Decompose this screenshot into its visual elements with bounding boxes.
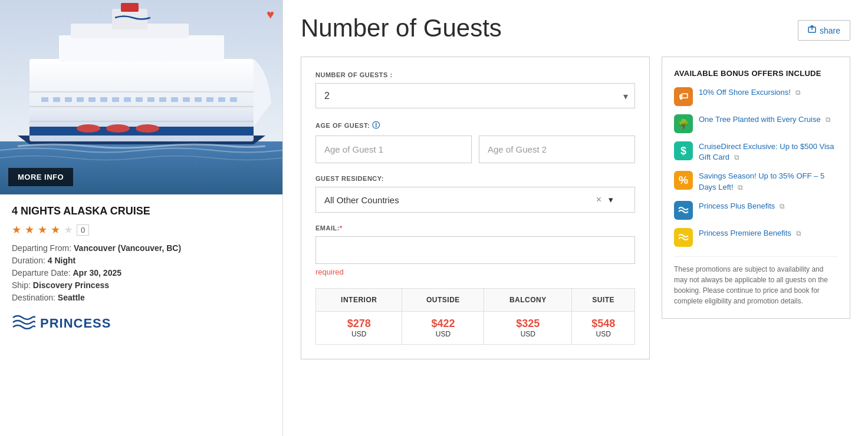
residency-select[interactable]: All Other Countries × ▾ <box>315 187 635 213</box>
price-interior: $278 USD <box>316 312 402 345</box>
cruise-info: 4 NIGHTS ALASKA CRUISE ★ ★ ★ ★ ★ 0 Depar… <box>0 194 282 344</box>
more-info-button[interactable]: MORE INFO <box>8 168 73 186</box>
princess-plus-copy-icon[interactable]: ⧉ <box>780 202 785 210</box>
bonus-title: AVAILABLE BONUS OFFERS INCLUDE <box>674 69 838 78</box>
residency-label: GUEST RESIDENCY: <box>315 175 635 182</box>
svg-rect-10 <box>77 97 84 102</box>
num-guests-label: NUMBER OF GUESTS : <box>315 71 635 78</box>
svg-rect-15 <box>136 97 143 102</box>
bonus-item-tree: 🌳 One Tree Planted with Every Cruise ⧉ <box>674 114 838 133</box>
duration-label: Duration: <box>12 256 45 265</box>
departing-row: Departing From: Vancouver (Vancouver, BC… <box>12 243 271 253</box>
col-balcony: BALCONY <box>484 289 572 312</box>
princess-logo-text: PRINCESS <box>40 316 111 331</box>
duration-value: 4 Night <box>48 256 75 265</box>
svg-rect-27 <box>121 3 139 12</box>
princess-plus-icon <box>674 201 693 220</box>
age-info-icon[interactable]: ⓘ <box>372 121 380 130</box>
residency-value: All Other Countries <box>324 195 399 205</box>
departure-date-value: Apr 30, 2025 <box>73 268 122 278</box>
col-suite: SUITE <box>572 289 635 312</box>
price-balcony: $325 USD <box>484 312 572 345</box>
bonus-item-visa: $ CruiseDirect Exclusive: Up to $500 Vis… <box>674 141 838 163</box>
star-4: ★ <box>51 223 60 236</box>
favorite-button[interactable]: ♥ <box>267 7 274 22</box>
share-button[interactable]: share <box>798 20 850 41</box>
residency-chevron-icon: ▾ <box>609 194 613 205</box>
svg-rect-8 <box>53 97 60 102</box>
departure-date-label: Departure Date: <box>12 268 71 278</box>
price-outside: $422 USD <box>402 312 484 345</box>
age-guest-1-input[interactable] <box>315 136 472 163</box>
ship-value: Discovery Princess <box>33 280 109 290</box>
outside-amount: $422 <box>408 318 478 330</box>
svg-rect-9 <box>65 97 72 102</box>
svg-rect-24 <box>59 35 224 62</box>
suite-currency: USD <box>578 330 629 338</box>
shore-excursion-link[interactable]: 10% Off Shore Excursions! <box>699 88 791 97</box>
svg-point-29 <box>106 124 130 133</box>
destination-label: Destination: <box>12 293 55 302</box>
email-input[interactable] <box>315 236 635 264</box>
guest-age-row <box>315 136 635 163</box>
shore-excursion-icon: 🏷 <box>674 87 693 106</box>
princess-premiere-copy-icon[interactable]: ⧉ <box>796 229 801 237</box>
visa-copy-icon[interactable]: ⧉ <box>734 153 739 161</box>
departing-label: Departing From: <box>12 243 71 253</box>
svg-point-28 <box>77 124 100 133</box>
destination-row: Destination: Seattle <box>12 293 271 302</box>
svg-rect-22 <box>218 97 225 102</box>
tree-link[interactable]: One Tree Planted with Every Cruise <box>699 115 821 124</box>
balcony-amount: $325 <box>490 318 565 330</box>
residency-clear-button[interactable]: × <box>596 194 601 205</box>
cruise-title: 4 NIGHTS ALASKA CRUISE <box>12 205 271 217</box>
num-guests-select[interactable]: 1 2 3 4 5 6 <box>315 83 635 108</box>
tree-copy-icon[interactable]: ⧉ <box>826 115 831 124</box>
balcony-currency: USD <box>490 330 565 338</box>
interior-amount: $278 <box>322 318 396 330</box>
svg-rect-13 <box>112 97 119 102</box>
bonus-item-princess-premiere: Princess Premiere Benefits ⧉ <box>674 228 838 247</box>
savings-copy-icon[interactable]: ⧉ <box>738 183 743 191</box>
svg-rect-7 <box>41 97 48 102</box>
princess-plus-link[interactable]: Princess Plus Benefits <box>699 202 775 210</box>
svg-rect-16 <box>147 97 154 102</box>
svg-rect-11 <box>88 97 96 102</box>
star-5: ★ <box>64 223 73 236</box>
visa-link[interactable]: CruiseDirect Exclusive: Up to $500 Visa … <box>699 142 834 161</box>
visa-icon: $ <box>674 141 693 160</box>
shore-copy-icon[interactable]: ⧉ <box>795 88 801 97</box>
ship-label: Ship: <box>12 280 31 290</box>
waves-icon <box>12 313 35 333</box>
svg-rect-12 <box>100 97 107 102</box>
svg-rect-19 <box>183 97 190 102</box>
share-icon <box>808 25 816 35</box>
svg-rect-5 <box>29 106 254 107</box>
age-guest-2-input[interactable] <box>479 136 635 163</box>
svg-rect-14 <box>124 97 131 102</box>
bonus-item-princess-plus: Princess Plus Benefits ⧉ <box>674 201 838 220</box>
svg-rect-20 <box>195 97 202 102</box>
savings-link[interactable]: Savings Season! Up to 35% OFF – 5 Days L… <box>699 171 824 191</box>
stars-row: ★ ★ ★ ★ ★ 0 <box>12 223 271 236</box>
svg-rect-18 <box>171 97 178 102</box>
num-guests-select-wrapper: 1 2 3 4 5 6 ▾ <box>315 83 635 108</box>
departure-date-row: Departure Date: Apr 30, 2025 <box>12 268 271 278</box>
form-section: NUMBER OF GUESTS : 1 2 3 4 5 6 ▾ AGE OF … <box>301 57 650 359</box>
outside-currency: USD <box>408 330 478 338</box>
bonus-item-savings: % Savings Season! Up to 35% OFF – 5 Days… <box>674 171 838 192</box>
svg-rect-6 <box>29 121 254 122</box>
share-label: share <box>820 26 840 35</box>
svg-rect-17 <box>159 97 166 102</box>
princess-logo: PRINCESS <box>12 313 271 333</box>
col-outside: OUTSIDE <box>402 289 484 312</box>
pricing-row: $278 USD $422 USD $325 USD <box>316 312 635 345</box>
svg-rect-4 <box>29 91 254 93</box>
main-content-row: NUMBER OF GUESTS : 1 2 3 4 5 6 ▾ AGE OF … <box>301 57 850 359</box>
princess-premiere-link[interactable]: Princess Premiere Benefits <box>699 229 791 237</box>
bonus-disclaimer: These promotions are subject to availabi… <box>674 256 838 306</box>
destination-value: Seattle <box>58 293 85 302</box>
page-title: Number of Guests <box>301 14 502 42</box>
svg-point-30 <box>136 124 159 133</box>
savings-icon: % <box>674 171 693 190</box>
